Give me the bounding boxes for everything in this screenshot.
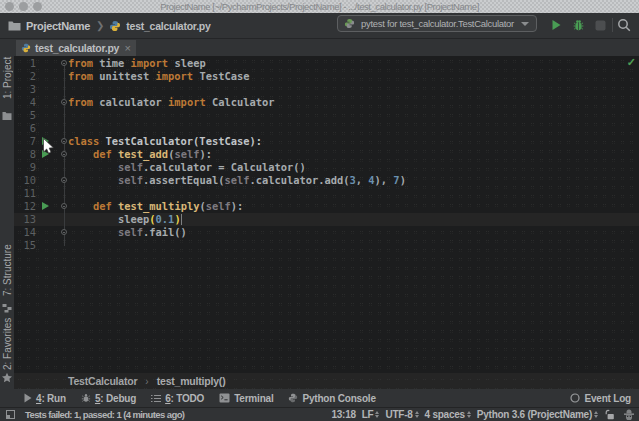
toolwindow-toggle-icon[interactable] [6,410,15,419]
run-test-icon-line-12[interactable] [42,202,49,210]
code-line-1: from time import sleep [68,57,406,70]
code-line-11 [68,187,406,200]
debug-toolwindow-icon [81,393,91,403]
line-number-8: 8 [14,148,36,161]
code-line-3 [68,83,406,96]
fold-marker-line-8[interactable] [61,151,67,157]
toolwindow-event-log[interactable]: Event Log [570,389,631,407]
bottom-toolwindow-bar: 4: Run 5: Debug 6: TODO Terminal Python … [0,389,639,407]
line-number-11: 11 [14,187,36,200]
breadcrumb-project[interactable]: ProjectName [26,20,90,32]
status-time: 13:18 [331,409,355,420]
fold-marker-line-10[interactable] [61,177,67,183]
line-number-1: 1 [14,57,36,70]
navigation-bar: ProjectName ❯ test_calculator.py [8,13,211,38]
python-file-icon [21,43,31,53]
fold-marker-line-4[interactable] [61,99,67,105]
code-area: from time import sleepfrom unittest impo… [68,57,406,252]
pytest-icon [344,18,355,29]
code-line-8: def test_add(self): [68,148,406,161]
favorites-star-icon[interactable] [1,372,13,384]
breadcrumb-method[interactable]: test_multiply() [157,375,226,387]
fold-marker-line-1[interactable] [61,60,67,66]
line-number-12: 12 [14,200,36,213]
updown-arrows-icon [415,411,419,418]
status-encoding[interactable]: UTF-8 [385,409,418,420]
breadcrumb-chevron-icon: › [145,376,148,387]
line-number-10: 10 [14,174,36,187]
inspection-ok-icon: ✓ [627,56,636,69]
status-interpreter[interactable]: Python 3.6 (ProjectName) [477,409,598,420]
code-line-9: self.calculator = Calculator() [68,161,406,174]
folder-icon [8,20,21,31]
tab-label: test_calculator.py [35,42,125,54]
breadcrumbs-bar: TestCalculator › test_multiply() [14,373,639,389]
tab-test-calculator[interactable]: test_calculator.py × [16,40,136,56]
run-toolwindow-icon [24,393,32,403]
status-line-ending[interactable]: LF [362,409,380,420]
left-toolwindow-stripe: 1: Project 7: Structure 2: Favorites [0,39,14,389]
toolwindow-structure[interactable]: 7: Structure [0,239,14,301]
tab-close-icon[interactable]: × [125,43,131,53]
breadcrumb-file[interactable]: test_calculator.py [126,20,210,32]
text-caret [181,214,182,225]
mouse-cursor [43,138,54,154]
line-number-2: 2 [14,70,36,83]
stop-button[interactable] [592,17,608,33]
todo-toolwindow-icon [151,394,161,403]
run-configuration-select[interactable]: pytest for test_calculator.TestCalculato… [337,15,537,32]
toolwindow-favorites[interactable]: 2: Favorites [0,317,14,371]
fold-marker-line-7[interactable] [61,138,67,144]
project-toolwindow-icon[interactable] [2,111,12,121]
python-file-icon [109,20,121,32]
line-number-3: 3 [14,83,36,96]
event-log-icon [570,393,580,403]
code-editor[interactable]: 123456789101112131415 from time import s… [14,56,639,373]
line-number-15: 15 [14,239,36,252]
inspection-profile-icon[interactable] [623,409,635,420]
status-indent[interactable]: 4 spaces [425,409,471,420]
toolwindow-python-console[interactable]: Python Console [288,393,375,404]
breadcrumb-class[interactable]: TestCalculator [68,375,137,387]
updown-arrows-icon [467,411,471,418]
toolwindow-run[interactable]: 4: Run [24,393,66,404]
main-toolbar: ProjectName ❯ test_calculator.py pytest … [0,13,639,39]
toolwindow-debug[interactable]: 5: Debug [81,393,136,404]
fold-marker-line-12[interactable] [61,203,67,209]
toolwindow-project[interactable]: 1: Project [0,47,14,109]
run-button[interactable] [548,17,564,33]
editor-tabbar: test_calculator.py × [14,39,639,56]
combo-dropdown-arrow-icon [521,22,529,26]
code-line-12: def test_multiply(self): [68,200,406,213]
code-line-4: from calculator import Calculator [68,96,406,109]
line-number-13: 13 [14,213,36,226]
code-line-15 [68,239,406,252]
window-title: ProjectName [~/PycharmProjects/ProjectNa… [0,0,639,13]
breadcrumb-separator-icon: ❯ [96,20,104,31]
search-everywhere-icon[interactable] [616,17,632,33]
code-line-6 [68,122,406,135]
fold-marker-line-14[interactable] [61,229,67,235]
line-number-6: 6 [14,122,36,135]
line-number-4: 4 [14,96,36,109]
structure-toolwindow-icon[interactable] [2,303,12,313]
toolwindow-todo[interactable]: 6: TODO [151,393,204,404]
updown-arrows-icon [375,411,379,418]
toolwindow-terminal[interactable]: Terminal [219,393,273,404]
code-line-2: from unittest import TestCase [68,70,406,83]
lock-icon[interactable] [604,409,615,420]
pycharm-window: ProjectName [~/PycharmProjects/ProjectNa… [0,0,639,421]
window-titlebar: ProjectName [~/PycharmProjects/ProjectNa… [0,0,639,13]
status-bar: Tests failed: 1, passed: 1 (4 minutes ag… [0,407,639,421]
code-line-10: self.assertEqual(self.calculator.add(3, … [68,174,406,187]
terminal-toolwindow-icon [219,393,230,403]
python-console-icon [288,393,298,403]
debug-button[interactable] [570,17,586,33]
line-number-14: 14 [14,226,36,239]
status-right-widgets: 13:18 LF UTF-8 4 spaces Python 3.6 (Proj… [325,408,635,421]
code-line-5 [68,109,406,122]
status-message[interactable]: Tests failed: 1, passed: 1 (4 minutes ag… [25,409,184,420]
toolbar-separator [612,18,613,32]
run-configuration-label: pytest for test_calculator.TestCalculato… [361,18,521,29]
line-number-7: 7 [14,135,36,148]
